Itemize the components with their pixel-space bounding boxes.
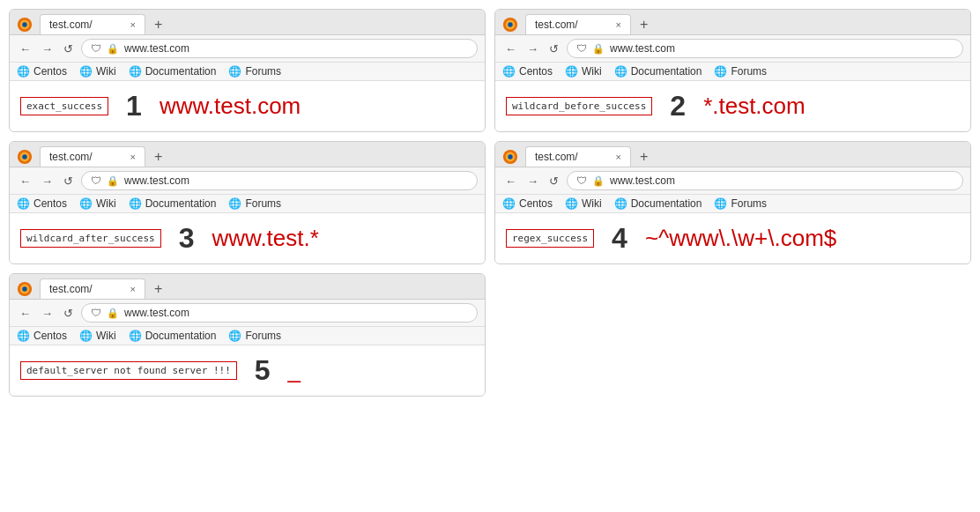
tab-close-5[interactable]: ×: [130, 284, 136, 294]
globe-icon: 🌐: [714, 197, 727, 210]
bookmark-docs-5[interactable]: 🌐 Documentation: [129, 330, 217, 342]
bookmark-forums-5[interactable]: 🌐 Forums: [228, 330, 281, 342]
bookmark-wiki-2[interactable]: 🌐 Wiki: [565, 65, 602, 78]
tab-close-1[interactable]: ×: [130, 19, 136, 30]
tab-3[interactable]: test.com/ ×: [40, 146, 145, 167]
forward-button-3[interactable]: →: [39, 173, 56, 189]
tab-close-2[interactable]: ×: [616, 19, 621, 30]
bookmark-wiki-5[interactable]: 🌐 Wiki: [79, 330, 116, 342]
svg-point-5: [508, 22, 512, 26]
globe-icon: 🌐: [79, 197, 93, 210]
bookmark-docs-4[interactable]: 🌐 Documentation: [614, 197, 702, 210]
bookmark-centos-3[interactable]: 🌐 Centos: [17, 197, 67, 210]
bookmark-forums-3[interactable]: 🌐 Forums: [228, 197, 281, 210]
forward-button-2[interactable]: →: [524, 41, 541, 57]
status-badge-5: default_server not found server !!!: [20, 361, 237, 380]
globe-icon: 🌐: [228, 197, 241, 210]
reload-button-4[interactable]: ↺: [546, 173, 561, 189]
globe-icon: 🌐: [129, 65, 142, 78]
bookmark-forums-4[interactable]: 🌐 Forums: [714, 197, 767, 210]
firefox-icon-4: [502, 149, 518, 165]
svg-point-8: [22, 154, 26, 159]
url-label-4: ~^www\.\w+\.com$: [645, 225, 836, 252]
tab-4[interactable]: test.com/ ×: [525, 146, 631, 167]
tab-close-3[interactable]: ×: [130, 152, 136, 162]
reload-button-1[interactable]: ↺: [61, 41, 76, 57]
tab-title-1: test.com/: [49, 19, 93, 31]
bookmark-docs-2[interactable]: 🌐 Documentation: [614, 65, 702, 78]
new-tab-button-2[interactable]: +: [635, 15, 653, 34]
browser-window-3: test.com/ × + ← → ↺ 🛡 🔒 www.test.com 🌐 C…: [9, 141, 486, 264]
shield-icon-2: 🛡: [576, 42, 587, 55]
browser-content-3: wildcard_after_success 3 www.test.*: [10, 213, 485, 263]
lock-icon-1: 🔒: [107, 43, 119, 55]
forward-button-4[interactable]: →: [524, 173, 541, 189]
address-bar-2[interactable]: 🛡 🔒 www.test.com: [567, 39, 963, 58]
tab-title-3: test.com/: [49, 151, 93, 163]
bookmark-centos-1[interactable]: 🌐 Centos: [17, 65, 67, 78]
globe-icon: 🌐: [565, 65, 578, 78]
reload-button-2[interactable]: ↺: [546, 41, 561, 57]
address-bar-3[interactable]: 🛡 🔒 www.test.com: [81, 171, 478, 190]
bookmark-forums-1[interactable]: 🌐 Forums: [228, 65, 281, 78]
bookmarks-bar-3: 🌐 Centos 🌐 Wiki 🌐 Documentation 🌐 Forums: [10, 195, 485, 213]
new-tab-button-1[interactable]: +: [149, 15, 167, 34]
address-text-3: www.test.com: [124, 174, 189, 187]
globe-icon: 🌐: [79, 65, 93, 78]
globe-icon: 🌐: [502, 197, 516, 210]
number-label-4: 4: [612, 222, 627, 255]
bookmark-centos-2[interactable]: 🌐 Centos: [502, 65, 553, 78]
browser-window-2: test.com/ × + ← → ↺ 🛡 🔒 www.test.com 🌐 C…: [494, 9, 971, 132]
forward-button-5[interactable]: →: [39, 305, 56, 322]
globe-icon: 🌐: [228, 330, 241, 342]
reload-button-5[interactable]: ↺: [61, 305, 76, 322]
lock-icon-2: 🔒: [592, 43, 605, 55]
new-tab-button-5[interactable]: +: [149, 279, 167, 299]
bookmark-wiki-1[interactable]: 🌐 Wiki: [79, 65, 116, 78]
bookmark-forums-2[interactable]: 🌐 Forums: [714, 65, 767, 78]
bookmark-wiki-4[interactable]: 🌐 Wiki: [565, 197, 602, 210]
lock-icon-5: 🔒: [107, 308, 119, 319]
bookmark-centos-4[interactable]: 🌐 Centos: [502, 197, 553, 210]
globe-icon: 🌐: [129, 330, 142, 342]
browser-content-1: exact_success 1 www.test.com: [10, 81, 485, 131]
tab-5[interactable]: test.com/ ×: [40, 278, 145, 299]
back-button-3[interactable]: ←: [17, 173, 33, 189]
back-button-5[interactable]: ←: [17, 305, 33, 322]
globe-icon: 🌐: [17, 197, 30, 210]
back-button-1[interactable]: ←: [17, 41, 33, 57]
tab-close-4[interactable]: ×: [616, 152, 621, 162]
globe-icon: 🌐: [714, 65, 727, 78]
bookmark-docs-3[interactable]: 🌐 Documentation: [129, 197, 217, 210]
globe-icon: 🌐: [17, 65, 30, 78]
svg-point-11: [508, 154, 512, 159]
reload-button-3[interactable]: ↺: [61, 173, 76, 189]
firefox-icon-5: [17, 281, 33, 297]
forward-button-1[interactable]: →: [39, 41, 56, 57]
back-button-2[interactable]: ←: [502, 41, 519, 57]
globe-icon: 🌐: [17, 330, 30, 342]
svg-point-2: [22, 22, 26, 26]
status-badge-2: wildcard_before_success: [506, 97, 652, 115]
bookmarks-bar-4: 🌐 Centos 🌐 Wiki 🌐 Documentation 🌐 Forums: [495, 195, 970, 213]
globe-icon: 🌐: [614, 197, 627, 210]
address-bar-5[interactable]: 🛡 🔒 www.test.com: [81, 303, 478, 323]
globe-icon: 🌐: [565, 197, 578, 210]
bookmark-centos-5[interactable]: 🌐 Centos: [17, 330, 67, 342]
back-button-4[interactable]: ←: [502, 173, 519, 189]
bookmarks-bar-5: 🌐 Centos 🌐 Wiki 🌐 Documentation 🌐 Forums: [10, 327, 485, 345]
address-bar-4[interactable]: 🛡 🔒 www.test.com: [567, 171, 963, 190]
globe-icon: 🌐: [614, 65, 627, 78]
url-label-2: *.test.com: [703, 93, 806, 120]
address-text-1: www.test.com: [124, 42, 189, 55]
new-tab-button-3[interactable]: +: [149, 147, 167, 167]
browser-content-5: default_server not found server !!! 5 _: [10, 345, 485, 396]
new-tab-button-4[interactable]: +: [635, 147, 653, 167]
bookmark-wiki-3[interactable]: 🌐 Wiki: [79, 197, 116, 210]
address-bar-1[interactable]: 🛡 🔒 www.test.com: [81, 39, 478, 58]
tab-1[interactable]: test.com/ ×: [40, 14, 145, 34]
tab-2[interactable]: test.com/ ×: [525, 14, 631, 34]
nav-bar-4: ← → ↺ 🛡 🔒 www.test.com: [495, 167, 970, 195]
browser-content-2: wildcard_before_success 2 *.test.com: [495, 81, 970, 131]
bookmark-docs-1[interactable]: 🌐 Documentation: [129, 65, 217, 78]
